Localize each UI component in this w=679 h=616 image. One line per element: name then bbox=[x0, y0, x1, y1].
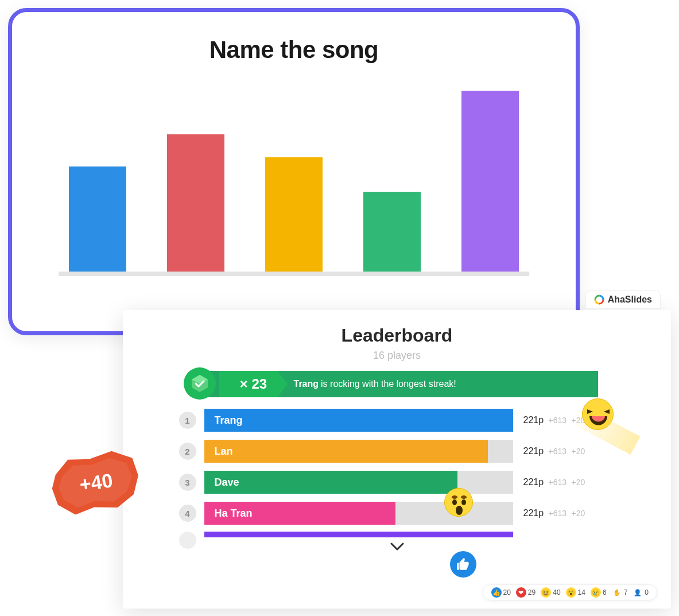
reaction-count: 40 bbox=[553, 588, 560, 596]
slide-title: Name the song bbox=[29, 36, 558, 64]
thumbs-up-icon bbox=[450, 551, 476, 578]
svg-point-7 bbox=[461, 495, 467, 499]
streak-name: Trang bbox=[294, 379, 319, 389]
wow-emoji-icon bbox=[444, 488, 473, 517]
leaderboard-subtitle: 16 players bbox=[140, 350, 654, 362]
brand-label: AhaSlides bbox=[608, 295, 652, 305]
score-bar-track: Trang bbox=[204, 409, 513, 432]
svg-point-10 bbox=[456, 506, 463, 515]
streak-message: is rocking with the longest streak! bbox=[321, 379, 456, 389]
score-label: 221p +613 +20 bbox=[523, 477, 615, 487]
reaction-wow[interactable]: 😮14 bbox=[564, 587, 588, 598]
score-bar-fill: Lan bbox=[204, 440, 488, 463]
svg-point-9 bbox=[461, 499, 466, 505]
reaction-count: 20 bbox=[503, 588, 511, 596]
leaderboard-row-peek bbox=[179, 532, 615, 537]
leaderboard-rows: 1Trang221p +613 +202Lan221p +613 +203Dav… bbox=[179, 408, 615, 526]
streak-multiplier: × 23 bbox=[219, 371, 288, 397]
reaction-person[interactable]: 👤0 bbox=[630, 587, 651, 598]
chart-bar bbox=[69, 166, 126, 272]
score-bar-fill: Ha Tran bbox=[204, 502, 396, 525]
leaderboard-row: 3Dave221p +613 +20 bbox=[179, 470, 615, 495]
score-bar-fill: Dave bbox=[204, 471, 457, 494]
score-bar-fill: Trang bbox=[204, 409, 513, 432]
reaction-like[interactable]: 👍20 bbox=[489, 587, 513, 598]
chart-bar bbox=[265, 157, 323, 272]
svg-point-6 bbox=[452, 495, 457, 499]
streak-banner: × 23 Trang is rocking with the longest s… bbox=[196, 371, 598, 397]
streak-badge-icon bbox=[184, 367, 216, 400]
rank-badge: 3 bbox=[179, 474, 196, 491]
leaderboard-panel: AhaSlides Leaderboard 16 players × 23 Tr… bbox=[123, 310, 671, 609]
leaderboard-row: 4Ha Tran221p +613 +20 bbox=[179, 501, 615, 526]
brand-tag[interactable]: AhaSlides bbox=[585, 290, 661, 309]
reaction-sad[interactable]: 😢6 bbox=[588, 587, 609, 598]
reaction-count: 0 bbox=[645, 588, 649, 596]
leaderboard-title: Leaderboard bbox=[140, 325, 654, 346]
reaction-count: 14 bbox=[578, 588, 585, 596]
score-label: 221p +613 +20 bbox=[523, 446, 615, 456]
leaderboard-row: 1Trang221p +613 +20 bbox=[179, 408, 615, 433]
score-label: 221p +613 +20 bbox=[523, 508, 615, 518]
score-bar-track: Lan bbox=[204, 440, 513, 463]
chart-axis bbox=[59, 272, 529, 276]
bonus-badge: +40 bbox=[48, 447, 144, 519]
chart-bar bbox=[461, 91, 519, 272]
chart-bar bbox=[167, 134, 224, 272]
slide-card: Name the song bbox=[8, 8, 580, 335]
brand-logo-icon bbox=[594, 295, 604, 305]
bar-chart bbox=[59, 81, 529, 276]
chevron-down-icon[interactable] bbox=[389, 544, 405, 554]
rank-badge: 4 bbox=[179, 505, 196, 522]
reaction-count: 29 bbox=[528, 588, 536, 596]
svg-point-8 bbox=[452, 499, 457, 505]
reaction-hand[interactable]: ✋7 bbox=[610, 587, 630, 598]
reaction-count: 6 bbox=[603, 588, 607, 596]
laugh-emoji-icon bbox=[582, 398, 614, 430]
rank-badge: 1 bbox=[179, 412, 196, 429]
reaction-laugh[interactable]: 😆40 bbox=[538, 587, 562, 598]
bonus-badge-label: +40 bbox=[48, 447, 144, 519]
reactions-bar[interactable]: 👍20❤29😆40😮14😢6✋7👤0 bbox=[483, 584, 658, 600]
reaction-count: 7 bbox=[624, 588, 628, 596]
rank-badge: 2 bbox=[179, 443, 196, 460]
chart-bar bbox=[363, 192, 421, 272]
leaderboard-row: 2Lan221p +613 +20 bbox=[179, 439, 615, 464]
reaction-heart[interactable]: ❤29 bbox=[514, 587, 538, 598]
